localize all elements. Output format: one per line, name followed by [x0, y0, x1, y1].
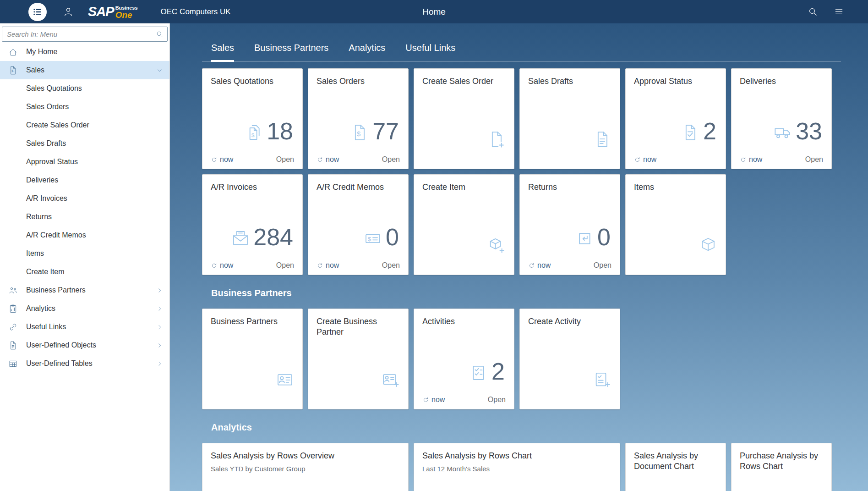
tile-title: Business Partners: [211, 316, 294, 327]
tile-footer: nowOpen: [211, 261, 294, 270]
tile-refresh-label: now: [220, 261, 233, 270]
sidebar-item-create-item[interactable]: Create Item: [0, 263, 169, 281]
tile-refresh[interactable]: now: [422, 396, 445, 404]
refresh-icon: [211, 156, 218, 163]
sidebar-item-label: Business Partners: [26, 286, 86, 294]
menu-search-input[interactable]: [2, 27, 168, 42]
tile-open-link[interactable]: Open: [805, 155, 823, 164]
sidebar-subitem-label: Sales Orders: [26, 103, 69, 111]
search-icon[interactable]: [808, 6, 818, 17]
chevron-right-icon[interactable]: [156, 287, 163, 294]
sidebar-item-business-partners[interactable]: Business Partners: [0, 281, 169, 299]
tile-kpi: 2: [681, 119, 716, 143]
sidebar-item-items[interactable]: Items: [0, 244, 169, 263]
tile-refresh[interactable]: now: [211, 261, 233, 270]
sidebar-item-my-home[interactable]: My Home: [0, 43, 169, 61]
tile-subtitle: Sales YTD by Customer Group: [211, 465, 400, 473]
sidebar-search: [2, 27, 168, 42]
tile-items[interactable]: Items: [625, 174, 726, 275]
page-title: Home: [422, 7, 446, 17]
sidebar-item-useful-links[interactable]: Useful Links: [0, 318, 169, 336]
options-list-icon[interactable]: [834, 6, 844, 17]
tile-grid-sales: Sales Quotations$18nowOpenSales Orders$7…: [202, 68, 832, 275]
sidebar-item-sales-orders[interactable]: Sales Orders: [0, 98, 169, 116]
chevron-right-icon[interactable]: [156, 342, 163, 349]
chevron-right-icon[interactable]: [156, 360, 163, 367]
company-name: OEC Computers UK: [161, 7, 231, 17]
tile-refresh[interactable]: now: [211, 155, 233, 164]
tile-open-link[interactable]: Open: [382, 155, 400, 164]
sidebar-item-create-sales-order[interactable]: Create Sales Order: [0, 116, 169, 134]
tile-sales-analysis-by-document-chart[interactable]: Sales Analysis by Document Chart: [625, 443, 726, 491]
tile-create-activity[interactable]: Create Activity: [519, 309, 620, 409]
tile-create-business-partner[interactable]: Create Business Partner: [308, 309, 409, 409]
sidebar-subitem-label: Create Item: [26, 268, 65, 276]
sidebar-item-a-r-invoices[interactable]: A/R Invoices: [0, 189, 169, 208]
sidebar-item-user-defined-tables[interactable]: User-Defined Tables: [0, 354, 169, 373]
tile-open-link[interactable]: Open: [594, 261, 611, 270]
tile-open-link[interactable]: Open: [276, 155, 294, 164]
logo-one-text: One: [115, 11, 138, 19]
tile-create-item[interactable]: Create Item: [414, 174, 514, 275]
sap-business-one-logo: SAP Business One: [88, 4, 138, 19]
tab-business-partners[interactable]: Business Partners: [254, 42, 328, 62]
sales-icon: $: [8, 66, 18, 75]
tile-returns[interactable]: Returns0nowOpen: [519, 174, 620, 275]
tile-refresh-label: now: [431, 396, 445, 404]
tile-sales-analysis-by-rows-overview[interactable]: Sales Analysis by Rows OverviewSales YTD…: [202, 443, 409, 491]
main-menu-button[interactable]: [28, 3, 47, 21]
tile-purchase-analysis-by-rows-chart[interactable]: Purchase Analysis by Rows Chart: [731, 443, 832, 491]
tile-open-link[interactable]: Open: [276, 261, 294, 270]
tile-refresh[interactable]: now: [528, 261, 551, 270]
tile-refresh[interactable]: now: [317, 155, 339, 164]
magnifier-icon[interactable]: [156, 30, 164, 38]
refresh-icon: [317, 156, 323, 163]
sidebar-item-label: Useful Links: [26, 323, 66, 331]
sidebar-item-label: Analytics: [26, 304, 55, 313]
tile-refresh[interactable]: now: [317, 261, 339, 270]
sidebar-item-approval-status[interactable]: Approval Status: [0, 153, 169, 171]
sidebar-item-a-r-credit-memos[interactable]: A/R Credit Memos: [0, 226, 169, 244]
svg-text:$: $: [357, 130, 360, 138]
returns-icon: [575, 229, 594, 248]
tile-sales-drafts[interactable]: Sales Drafts: [519, 68, 620, 169]
tile-refresh[interactable]: now: [634, 155, 656, 164]
tile-title: Activities: [422, 316, 506, 327]
tile-create-sales-order[interactable]: Create Sales Order: [414, 68, 514, 169]
sidebar-item-analytics[interactable]: Analytics: [0, 299, 169, 318]
tile-footer: now: [634, 155, 717, 164]
tile-a-r-invoices[interactable]: A/R Invoices284nowOpen: [202, 174, 303, 275]
tile-title: Returns: [528, 182, 611, 193]
tile-open-link[interactable]: Open: [488, 396, 506, 404]
tile-title: Sales Orders: [317, 76, 400, 87]
create-activity-icon: [593, 370, 611, 389]
sidebar-item-returns[interactable]: Returns: [0, 208, 169, 226]
tile-sales-quotations[interactable]: Sales Quotations$18nowOpen: [202, 68, 303, 169]
tab-useful-links[interactable]: Useful Links: [405, 42, 455, 62]
tile-sales-analysis-by-rows-chart[interactable]: Sales Analysis by Rows ChartLast 12 Mont…: [414, 443, 620, 491]
tile-title: Sales Quotations: [211, 76, 294, 87]
sidebar-item-sales-drafts[interactable]: Sales Drafts: [0, 134, 169, 153]
tile-kpi: 0: [575, 225, 611, 249]
tile-approval-status[interactable]: Approval Status2now: [625, 68, 726, 169]
tile-deliveries[interactable]: Deliveries33nowOpen: [731, 68, 832, 169]
sidebar-item-sales-quotations[interactable]: Sales Quotations: [0, 79, 169, 98]
tile-title: Create Item: [422, 182, 506, 193]
tile-sales-orders[interactable]: Sales Orders$77nowOpen: [308, 68, 409, 169]
tile-open-link[interactable]: Open: [382, 261, 400, 270]
sidebar-item-deliveries[interactable]: Deliveries: [0, 171, 169, 189]
tab-analytics[interactable]: Analytics: [349, 42, 385, 62]
tile-refresh[interactable]: now: [740, 155, 762, 164]
refresh-icon: [740, 156, 747, 163]
chevron-down-icon[interactable]: [156, 67, 163, 74]
chevron-right-icon[interactable]: [156, 305, 163, 312]
tab-sales[interactable]: Sales: [211, 42, 234, 62]
user-profile-icon[interactable]: [62, 6, 74, 18]
tile-count: 2: [703, 119, 716, 143]
tile-a-r-credit-memos[interactable]: A/R Credit Memos$0nowOpen: [308, 174, 409, 275]
tile-activities[interactable]: Activities2nowOpen: [414, 309, 514, 409]
sidebar-item-sales[interactable]: $Sales: [0, 61, 169, 79]
tile-business-partners[interactable]: Business Partners: [202, 309, 303, 409]
sidebar-item-user-defined-objects[interactable]: User-Defined Objects: [0, 336, 169, 354]
chevron-right-icon[interactable]: [156, 324, 163, 331]
